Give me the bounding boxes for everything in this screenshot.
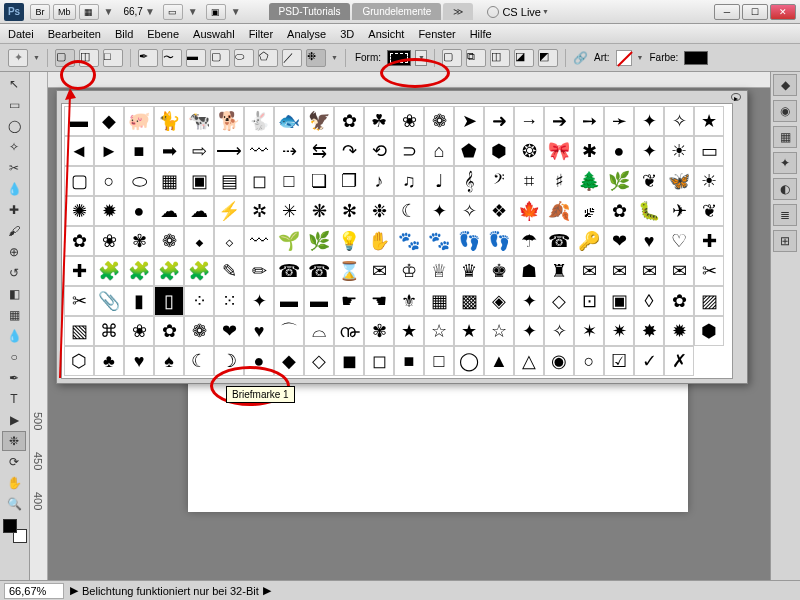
panel-channels-icon[interactable]: ⊞ — [773, 230, 797, 252]
shape-cell[interactable]: 👣 — [484, 226, 514, 256]
shape-cell[interactable]: 🐄 — [184, 106, 214, 136]
shape-cell[interactable]: 🧩 — [184, 256, 214, 286]
shape-cell[interactable]: ✉ — [634, 256, 664, 286]
shape-cell[interactable]: 🐖 — [124, 106, 154, 136]
menu-analyse[interactable]: Analyse — [287, 28, 326, 40]
shape-cell[interactable]: ☽ — [214, 346, 244, 376]
shape-cell[interactable]: ⌓ — [304, 316, 334, 346]
shape-cell[interactable]: ♜ — [544, 256, 574, 286]
shape-cell[interactable]: ♯ — [544, 166, 574, 196]
shape-cell[interactable]: 🐾 — [424, 226, 454, 256]
shape-cell[interactable]: ► — [94, 136, 124, 166]
zoom-dropdown[interactable]: 66,7▼ — [121, 6, 154, 17]
paths-button[interactable]: ◫ — [79, 49, 99, 67]
shape-cell[interactable]: ♕ — [424, 256, 454, 286]
polygon-icon[interactable]: ⬠ — [258, 49, 278, 67]
move-tool[interactable]: ↖ — [2, 74, 26, 94]
shape-cell[interactable]: 〰 — [244, 136, 274, 166]
pathop-subtract-icon[interactable]: ◫ — [490, 49, 510, 67]
shape-cell[interactable]: ✉ — [574, 256, 604, 286]
shape-cell[interactable]: ✦ — [634, 106, 664, 136]
shape-cell[interactable]: ■ — [124, 136, 154, 166]
shape-cell[interactable]: 🍂 — [544, 196, 574, 226]
brush-tool[interactable]: 🖌 — [2, 221, 26, 241]
shape-cell[interactable]: ➡ — [154, 136, 184, 166]
shape-cell[interactable]: ➛ — [604, 106, 634, 136]
shape-cell[interactable]: ☆ — [424, 316, 454, 346]
panel-color-icon[interactable]: ◆ — [773, 74, 797, 96]
shape-cell[interactable]: ✿ — [154, 316, 184, 346]
shape-cell[interactable]: 🧩 — [94, 256, 124, 286]
gradient-tool[interactable]: ▦ — [2, 305, 26, 325]
shape-cell[interactable]: ❁ — [424, 106, 454, 136]
shape-cell[interactable]: ☗ — [514, 256, 544, 286]
shape-cell[interactable]: ✹ — [664, 316, 694, 346]
shape-cell[interactable]: ▣ — [604, 286, 634, 316]
pathop-intersect-icon[interactable]: ◪ — [514, 49, 534, 67]
shape-cell[interactable]: ✎ — [214, 256, 244, 286]
shape-cell[interactable]: □ — [424, 346, 454, 376]
shape-cell[interactable]: ❦ — [634, 166, 664, 196]
shape-cell[interactable]: ⬢ — [694, 316, 724, 346]
shape-cell[interactable]: ▲ — [484, 346, 514, 376]
shape-cell[interactable]: ❦ — [694, 196, 724, 226]
custom-shape-icon[interactable]: ❉ — [306, 49, 326, 67]
eraser-tool[interactable]: ◧ — [2, 284, 26, 304]
shape-cell[interactable]: 🍁 — [514, 196, 544, 226]
shape-cell[interactable]: ✦ — [514, 316, 544, 346]
shape-cell[interactable]: ✶ — [574, 316, 604, 346]
crop-tool[interactable]: ✂ — [2, 158, 26, 178]
shape-cell[interactable]: ❂ — [514, 136, 544, 166]
custom-shape-tool-icon[interactable]: ✦ — [8, 49, 28, 67]
shape-cell[interactable]: ★ — [694, 106, 724, 136]
panel-adjust-icon[interactable]: ✦ — [773, 152, 797, 174]
menu-hilfe[interactable]: Hilfe — [470, 28, 492, 40]
shape-cell[interactable]: ⁙ — [214, 286, 244, 316]
shape-cell[interactable]: ✿ — [604, 196, 634, 226]
shape-cell[interactable]: ⇢ — [274, 136, 304, 166]
shape-cell[interactable]: ✲ — [244, 196, 274, 226]
shape-cell[interactable]: ✾ — [124, 226, 154, 256]
shape-cell[interactable]: □ — [274, 166, 304, 196]
menu-3d[interactable]: 3D — [340, 28, 354, 40]
shape-cell[interactable]: ▢ — [64, 166, 94, 196]
shape-cell[interactable]: ⬟ — [454, 136, 484, 166]
dodge-tool[interactable]: ○ — [2, 347, 26, 367]
wand-tool[interactable]: ✧ — [2, 137, 26, 157]
shape-cell[interactable]: ✂ — [694, 256, 724, 286]
shape-cell[interactable]: ❐ — [334, 166, 364, 196]
shape-cell[interactable]: ☑ — [604, 346, 634, 376]
shape-cell[interactable]: ▩ — [454, 286, 484, 316]
shape-cell[interactable]: ♩ — [424, 166, 454, 196]
shape-cell[interactable]: ♣ — [94, 346, 124, 376]
shape-cell[interactable]: ★ — [394, 316, 424, 346]
shape-cell[interactable]: ▣ — [184, 166, 214, 196]
shape-cell[interactable]: 🎀 — [544, 136, 574, 166]
shape-cell[interactable]: 🌲 — [574, 166, 604, 196]
shape-cell[interactable]: 🧩 — [154, 256, 184, 286]
minimize-button[interactable]: ─ — [714, 4, 740, 20]
shape-cell[interactable]: ⇨ — [184, 136, 214, 166]
shape-cell[interactable]: ⌘ — [94, 316, 124, 346]
shape-cell[interactable]: ☎ — [274, 256, 304, 286]
tab-more[interactable]: ≫ — [443, 3, 473, 20]
shape-cell[interactable]: ✦ — [514, 286, 544, 316]
shape-cell[interactable]: ⚡ — [214, 196, 244, 226]
link-icon[interactable]: 🔗 — [573, 51, 588, 65]
shape-cell[interactable]: ▮ — [124, 286, 154, 316]
shape-cell[interactable]: 𝄞 — [454, 166, 484, 196]
stamp-tool[interactable]: ⊕ — [2, 242, 26, 262]
shape-cell[interactable]: ✚ — [64, 256, 94, 286]
shape-cell[interactable]: ◻ — [244, 166, 274, 196]
shape-cell[interactable]: ❋ — [304, 196, 334, 226]
shape-cell[interactable]: ✿ — [64, 226, 94, 256]
menu-auswahl[interactable]: Auswahl — [193, 28, 235, 40]
shape-cell[interactable]: ▬ — [64, 106, 94, 136]
shape-cell[interactable]: ✿ — [664, 286, 694, 316]
view-mode-dropdown[interactable]: ▦▼ — [79, 4, 114, 20]
shape-cell[interactable]: ✿ — [334, 106, 364, 136]
shape-cell[interactable]: 🐾 — [394, 226, 424, 256]
type-tool[interactable]: T — [2, 389, 26, 409]
path-select-tool[interactable]: ▶ — [2, 410, 26, 430]
shape-cell[interactable]: ❁ — [184, 316, 214, 346]
